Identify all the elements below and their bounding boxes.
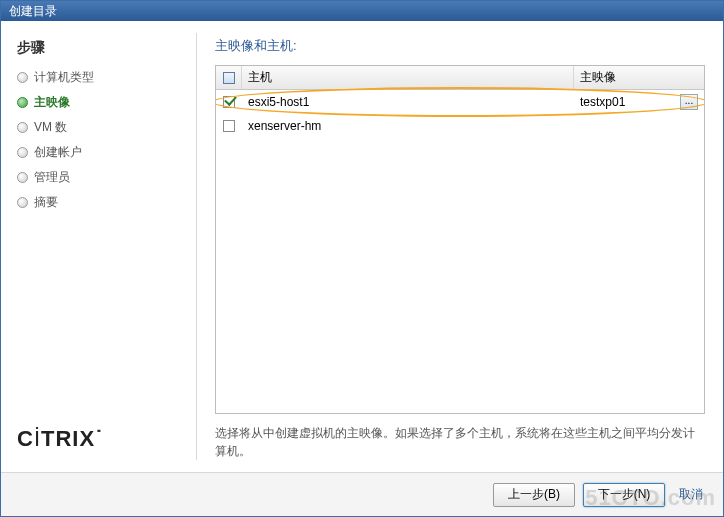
- step-master-image: 主映像: [17, 94, 180, 111]
- browse-image-button[interactable]: ...: [680, 94, 698, 110]
- brand-logo: CİTRIX˙: [17, 426, 180, 462]
- table-header: 主机 主映像: [216, 66, 704, 90]
- row-image-cell: testxp01 ...: [574, 94, 704, 110]
- window-title: 创建目录: [9, 3, 57, 20]
- section-title: 主映像和主机:: [215, 37, 705, 55]
- next-button[interactable]: 下一步(N): [583, 483, 665, 507]
- window-body: 步骤 计算机类型 主映像 VM 数 创建帐户: [1, 21, 723, 472]
- step-dot-icon: [17, 147, 28, 158]
- step-label: 计算机类型: [34, 69, 94, 86]
- table-row[interactable]: xenserver-hm: [216, 114, 704, 138]
- step-summary: 摘要: [17, 194, 180, 211]
- step-label: 摘要: [34, 194, 58, 211]
- host-image-table: 主机 主映像 esxi5-host1 testxp01 ...: [215, 65, 705, 414]
- back-button[interactable]: 上一步(B): [493, 483, 575, 507]
- sidebar-title: 步骤: [17, 39, 180, 57]
- step-dot-icon: [17, 197, 28, 208]
- step-label: 管理员: [34, 169, 70, 186]
- row-host-cell: xenserver-hm: [242, 119, 574, 133]
- hint-text: 选择将从中创建虚拟机的主映像。如果选择了多个主机，系统将在这些主机之间平均分发计…: [215, 424, 705, 460]
- step-label: VM 数: [34, 119, 67, 136]
- row-host-cell: esxi5-host1: [242, 95, 574, 109]
- column-header-image[interactable]: 主映像: [574, 66, 704, 89]
- row-check-cell[interactable]: [216, 96, 242, 108]
- step-dot-icon: [17, 172, 28, 183]
- step-computer-type: 计算机类型: [17, 69, 180, 86]
- step-label: 主映像: [34, 94, 70, 111]
- titlebar[interactable]: 创建目录: [1, 1, 723, 21]
- select-all-checkbox-icon[interactable]: [223, 72, 235, 84]
- step-list: 计算机类型 主映像 VM 数 创建帐户 管理员: [17, 69, 180, 211]
- row-image-value: testxp01: [580, 95, 625, 109]
- step-dot-icon: [17, 72, 28, 83]
- step-administrator: 管理员: [17, 169, 180, 186]
- cancel-button[interactable]: 取消: [673, 486, 709, 503]
- main-panel: 主映像和主机: 主机 主映像 esxi5-host1 testxp01: [197, 21, 723, 472]
- step-create-account: 创建帐户: [17, 144, 180, 161]
- column-header-host[interactable]: 主机: [242, 66, 574, 89]
- row-check-cell[interactable]: [216, 120, 242, 132]
- sidebar: 步骤 计算机类型 主映像 VM 数 创建帐户: [1, 21, 196, 472]
- wizard-window: 创建目录 步骤 计算机类型 主映像 VM 数 创建帐户: [0, 0, 724, 517]
- table-row[interactable]: esxi5-host1 testxp01 ...: [216, 90, 704, 114]
- footer: 上一步(B) 下一步(N) 取消: [1, 472, 723, 516]
- step-dot-icon: [17, 97, 28, 108]
- row-checkbox[interactable]: [223, 120, 235, 132]
- step-label: 创建帐户: [34, 144, 82, 161]
- row-checkbox[interactable]: [223, 96, 235, 108]
- step-dot-icon: [17, 122, 28, 133]
- select-all-header[interactable]: [216, 66, 242, 89]
- step-vm-count: VM 数: [17, 119, 180, 136]
